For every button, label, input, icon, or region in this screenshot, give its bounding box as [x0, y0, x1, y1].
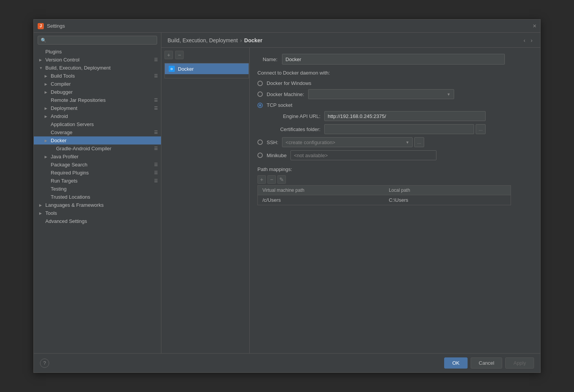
title-bar: J Settings ×: [34, 20, 540, 33]
docker-form: Name: Connect to Docker daemon with: Doc…: [250, 48, 540, 353]
table-row[interactable]: /c/Users C:\Users: [258, 195, 511, 205]
sidebar-item-java-profiler[interactable]: ▶ Java Profiler: [34, 153, 161, 161]
tcp-sub-form: Engine API URL: Certificates folder: …: [267, 111, 533, 134]
sidebar-item-testing[interactable]: Testing: [34, 185, 161, 193]
search-input[interactable]: [48, 37, 154, 43]
ssh-dropdown[interactable]: <create configuration> ▼: [282, 137, 413, 147]
sidebar-item-version-control[interactable]: ▶ Version Control ☰: [34, 56, 161, 64]
edit-mapping-button[interactable]: ✎: [277, 175, 286, 184]
sidebar-item-label: Trusted Locations: [51, 194, 90, 200]
footer-right: OK Cancel Apply: [444, 357, 534, 369]
sidebar-item-compiler[interactable]: ▶ Compiler: [34, 80, 161, 88]
docker-machine-dropdown[interactable]: ▼: [308, 89, 454, 99]
sidebar-item-trusted-locations[interactable]: Trusted Locations: [34, 193, 161, 201]
radio-tcp-socket[interactable]: [257, 103, 263, 108]
expand-arrow: ▶: [39, 203, 44, 207]
help-button[interactable]: ?: [40, 359, 49, 368]
certificates-folder-browse-button[interactable]: …: [476, 124, 486, 134]
sidebar-item-advanced-settings[interactable]: Advanced Settings: [34, 217, 161, 225]
nav-back-button[interactable]: ‹: [522, 37, 527, 44]
name-input[interactable]: [282, 54, 505, 65]
sidebar-item-coverage[interactable]: Coverage ☰: [34, 128, 161, 136]
radio-docker-machine[interactable]: [257, 91, 263, 97]
sidebar-item-deployment[interactable]: ▶ Deployment ☰: [34, 104, 161, 112]
ssh-label[interactable]: SSH:: [267, 140, 278, 145]
expand-arrow: ▶: [45, 82, 49, 86]
sidebar-item-run-targets[interactable]: Run Targets ☰: [34, 177, 161, 185]
certificates-folder-label: Certificates folder:: [267, 126, 320, 132]
add-docker-button[interactable]: +: [164, 51, 173, 59]
radio-row-docker-machine: Docker Machine: ▼: [257, 89, 533, 99]
docker-machine-label[interactable]: Docker Machine:: [267, 91, 304, 97]
docker-list-item-label: Docker: [178, 66, 194, 72]
sidebar-item-label: Plugins: [45, 49, 62, 55]
page-icon: ☰: [154, 162, 158, 167]
certificates-folder-input[interactable]: [324, 124, 474, 134]
sidebar-item-label: Required Plugins: [51, 170, 89, 176]
add-mapping-button[interactable]: +: [257, 175, 266, 184]
page-icon: ☰: [154, 57, 158, 62]
radio-docker-windows[interactable]: [257, 81, 263, 86]
table-header: Virtual machine path Local path: [258, 186, 511, 195]
local-path-cell: C:\Users: [384, 195, 511, 205]
vm-path-column-header: Virtual machine path: [258, 186, 384, 195]
title-bar-text: Settings: [47, 23, 65, 29]
docker-sidebar: + − D Docker: [161, 48, 250, 353]
page-icon: ☰: [154, 178, 158, 183]
engine-api-url-input[interactable]: [324, 111, 486, 121]
radio-ssh[interactable]: [257, 140, 263, 145]
page-icon: ☰: [154, 98, 158, 103]
sidebar-item-docker[interactable]: ▶ Docker: [34, 136, 161, 145]
apply-button[interactable]: Apply: [505, 357, 534, 369]
docker-windows-label[interactable]: Docker for Windows: [267, 80, 311, 86]
expand-arrow: ▶: [45, 106, 49, 110]
sidebar-item-package-search[interactable]: Package Search ☰: [34, 161, 161, 169]
expand-arrow: ▶: [45, 115, 49, 118]
sidebar-item-label: Testing: [51, 186, 66, 192]
sidebar-item-label: Tools: [45, 210, 57, 216]
radio-row-tcp-socket: TCP socket: [257, 102, 533, 108]
minikube-label[interactable]: Minikube: [267, 153, 287, 158]
docker-list-item[interactable]: D Docker: [165, 63, 249, 74]
sidebar-item-required-plugins[interactable]: Required Plugins ☰: [34, 169, 161, 177]
settings-dialog: J Settings × 🔍 Plugins ▶ Version Control…: [33, 19, 541, 373]
cancel-button[interactable]: Cancel: [471, 357, 502, 369]
sidebar-item-build-exec-deploy[interactable]: ▼ Build, Execution, Deployment: [34, 64, 161, 72]
footer-left: ?: [40, 359, 49, 368]
sidebar-item-label: Build Tools: [51, 73, 75, 79]
breadcrumb-part1: Build, Execution, Deployment: [168, 37, 238, 43]
radio-minikube[interactable]: [257, 153, 263, 158]
sidebar-item-debugger[interactable]: ▶ Debugger: [34, 88, 161, 96]
breadcrumb-part2: Docker: [244, 37, 262, 43]
dialog-body: 🔍 Plugins ▶ Version Control ☰ ▼ Build, E…: [34, 33, 540, 353]
certificates-folder-input-group: …: [324, 124, 486, 134]
sidebar-item-label: Remote Jar Repositories: [51, 97, 106, 103]
sidebar-item-label: Application Servers: [51, 121, 94, 127]
sidebar-item-plugins[interactable]: Plugins: [34, 48, 161, 56]
page-icon: ☰: [154, 73, 158, 78]
breadcrumb-separator: ›: [240, 37, 242, 43]
ok-button[interactable]: OK: [444, 357, 468, 369]
breadcrumb: Build, Execution, Deployment › Docker: [168, 37, 262, 43]
nav-forward-button[interactable]: ›: [529, 37, 534, 44]
content-header: Build, Execution, Deployment › Docker ‹ …: [161, 33, 540, 48]
chevron-down-icon: ▼: [405, 140, 409, 145]
path-mappings-toolbar: + − ✎: [257, 175, 533, 184]
sidebar-item-languages-frameworks[interactable]: ▶ Languages & Frameworks: [34, 201, 161, 209]
tcp-socket-label[interactable]: TCP socket: [267, 102, 292, 108]
docker-list-toolbar: + −: [164, 51, 249, 59]
sidebar-item-build-tools[interactable]: ▶ Build Tools ☰: [34, 72, 161, 80]
remove-docker-button[interactable]: −: [175, 51, 184, 59]
sidebar-item-application-servers[interactable]: Application Servers: [34, 120, 161, 128]
ssh-config-button[interactable]: …: [414, 137, 424, 147]
certificates-folder-row: Certificates folder: …: [267, 124, 533, 134]
sidebar-item-android[interactable]: ▶ Android: [34, 112, 161, 120]
dropdown-value: <create configuration>: [285, 140, 335, 145]
search-box[interactable]: 🔍: [38, 36, 157, 45]
sidebar-item-remote-jar-repos[interactable]: Remote Jar Repositories ☰: [34, 96, 161, 104]
panel-with-list: + − D Docker Name:: [161, 48, 540, 353]
remove-mapping-button[interactable]: −: [267, 175, 276, 184]
close-button[interactable]: ×: [533, 23, 536, 29]
sidebar-item-gradle-android[interactable]: Gradle-Android Compiler ☰: [34, 145, 161, 153]
sidebar-item-tools[interactable]: ▶ Tools: [34, 209, 161, 217]
